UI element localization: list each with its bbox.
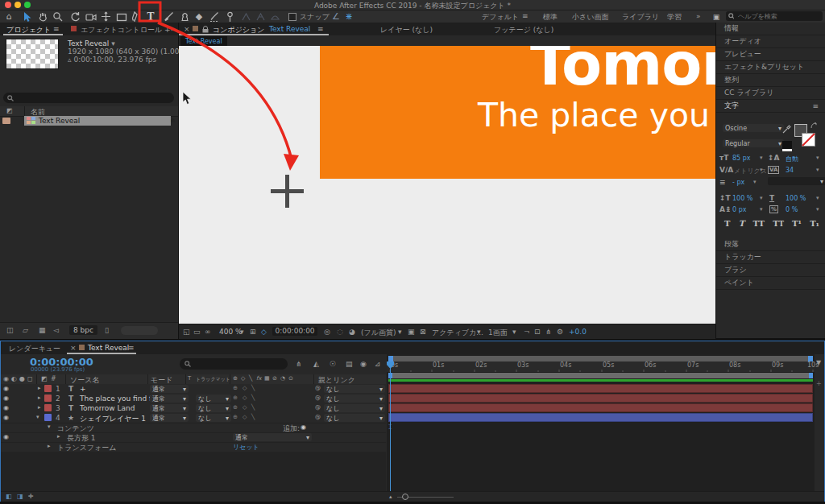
new-composition-icon[interactable]: ▦ — [39, 326, 46, 334]
hide-shy-layers-icon[interactable]: ☉ — [330, 360, 336, 368]
bit-depth-button[interactable]: 8 bpc — [69, 325, 97, 335]
horizontal-scale-value[interactable]: 100 % — [786, 195, 806, 202]
collapse-switch-icon[interactable]: ⊕ — [233, 404, 238, 411]
layer-label-chip[interactable] — [44, 385, 52, 392]
workspace-libraries[interactable]: ライブラリ — [622, 12, 659, 23]
timeline-button-icon[interactable]: ⋔ — [545, 328, 552, 336]
help-search-input[interactable] — [736, 12, 820, 21]
trkmat-select[interactable]: なし▾ — [196, 395, 231, 403]
layer-label-chip[interactable] — [44, 404, 52, 411]
composition-canvas[interactable]: Tomorrow The place you find — [179, 46, 715, 324]
mode-select[interactable]: 通常▾ — [150, 404, 189, 412]
kerning-chevron-icon[interactable]: ▾ — [760, 167, 763, 173]
project-item-name[interactable]: Text Reveal — [68, 39, 109, 48]
quality-switch-icon[interactable]: ╲ — [251, 395, 255, 401]
workspace-bar-icon[interactable]: ▣ — [709, 10, 723, 23]
superscript-button[interactable]: T¹ — [792, 219, 802, 228]
project-item-row-name[interactable]: Text Reveal — [39, 117, 80, 125]
timeline-scroll-icon[interactable]: + — [816, 380, 822, 387]
project-item-row[interactable]: Text Reveal ⋔ — [0, 116, 178, 126]
type-tool-icon[interactable]: T — [143, 10, 158, 23]
rotation-tool-icon[interactable] — [68, 10, 82, 23]
vr-view-icon[interactable]: ∞ — [205, 328, 211, 336]
shy-switch-icon[interactable]: ◇ — [243, 404, 247, 411]
navigator-start-handle[interactable] — [388, 356, 393, 361]
expander-icon[interactable]: ▸ — [48, 443, 51, 449]
transparency-grid-icon[interactable]: ⊠ — [420, 328, 426, 336]
tsume-chevron-icon[interactable]: ▾ — [816, 206, 819, 213]
shape-blend-mode-select[interactable]: 通常▾ — [233, 433, 312, 441]
workspace-overflow-chevron[interactable]: » — [696, 12, 701, 20]
toggle-layer-switches-icon[interactable]: ◧ — [6, 493, 12, 500]
view-layout-chevron-icon[interactable]: ▾ — [512, 328, 516, 336]
parent-select[interactable]: なし▾ — [324, 395, 385, 403]
help-search-box[interactable] — [726, 11, 823, 21]
quality-switch-icon[interactable]: ╲ — [251, 385, 255, 391]
settings-gear-icon[interactable]: ⚙ — [557, 328, 563, 336]
workspace-standard[interactable]: 標準 — [543, 12, 558, 23]
always-preview-icon[interactable]: ◱ — [183, 328, 190, 336]
shy-switch-icon[interactable]: ◇ — [243, 414, 247, 420]
camera-tool-icon[interactable] — [84, 10, 98, 23]
time-ruler[interactable]: 0s 01s 02s 03s 04s 05s 06s 07s 08s 09s 1… — [387, 361, 815, 373]
quality-switch-icon[interactable]: ╲ — [251, 414, 255, 420]
interpret-footage-icon[interactable]: ◫ — [6, 326, 14, 334]
zoom-tool-icon[interactable] — [50, 10, 64, 23]
resolution-chevron-icon[interactable]: ▾ — [398, 328, 402, 336]
baseline-shift-chevron-icon[interactable]: ▾ — [760, 206, 763, 213]
comp-thumbnail[interactable] — [6, 39, 58, 68]
faux-italic-button[interactable]: T — [739, 219, 744, 228]
hand-tool-icon[interactable] — [35, 10, 50, 23]
expander-icon[interactable]: ▾ — [36, 414, 39, 420]
layer-bar-3[interactable] — [388, 403, 813, 412]
snap-expand-icon[interactable]: ⋇ — [342, 10, 356, 23]
eyedropper-icon[interactable] — [782, 125, 791, 134]
grid-guides-icon[interactable]: ⊞ — [250, 328, 256, 336]
mode-select[interactable]: 通常▾ — [150, 395, 189, 403]
project-search-box[interactable] — [3, 93, 174, 103]
pickwhip-icon[interactable]: @ — [315, 385, 321, 391]
resolution-select[interactable]: (フル画質) — [361, 328, 396, 338]
viewer-timecode[interactable]: 0:00:00:00 — [272, 327, 317, 336]
fast-preview-icon[interactable]: ⊡ — [534, 328, 541, 336]
pickwhip-icon[interactable]: @ — [315, 404, 321, 411]
work-area-bar[interactable] — [388, 373, 813, 378]
fill-stroke-swatches[interactable] — [794, 122, 823, 150]
parent-select[interactable]: なし▾ — [324, 385, 385, 393]
clone-stamp-tool-icon[interactable] — [177, 10, 192, 23]
layer-name[interactable]: Tomorrow Land — [80, 404, 135, 412]
quality-switch-icon[interactable]: ╲ — [251, 404, 255, 411]
tracking-value[interactable]: 34 — [786, 167, 794, 174]
subscript-button[interactable]: T₁ — [810, 219, 819, 228]
character-panel-menu-icon[interactable]: ≡ — [812, 102, 819, 110]
exposure-value[interactable]: +0.0 — [569, 328, 587, 336]
timeline-zoom-slider-knob[interactable] — [402, 494, 408, 500]
new-folder-icon[interactable]: ▱ — [23, 326, 28, 334]
tsume-value[interactable]: 0 % — [786, 206, 798, 213]
font-size-chevron-icon[interactable]: ▾ — [760, 155, 763, 161]
roto-brush-tool-icon[interactable] — [206, 10, 221, 23]
magnification-chevron-icon[interactable]: ▾ — [240, 328, 244, 336]
add-property-icon[interactable]: ◉ — [301, 423, 306, 431]
proxy-icon[interactable]: ◅ — [53, 326, 59, 334]
workspace-default[interactable]: デフォルト — [482, 12, 519, 23]
vertical-scale-chevron-icon[interactable]: ▾ — [760, 195, 763, 201]
region-of-interest-icon[interactable]: ▣ — [408, 328, 415, 336]
tab-footage[interactable]: フッテージ (なし) — [494, 25, 553, 35]
comp-mini-flowchart-icon[interactable]: ⋔ — [296, 360, 302, 368]
motion-blur-icon[interactable]: ◉ — [360, 360, 367, 368]
pixel-aspect-icon[interactable]: ¬ — [524, 328, 530, 336]
navigator-end-handle[interactable] — [808, 356, 813, 361]
show-channel-icon[interactable]: ◕ — [349, 328, 355, 336]
pickwhip-icon[interactable]: @ — [315, 414, 321, 420]
label-column-icon[interactable]: ◩ — [6, 107, 13, 114]
parent-select[interactable]: なし▾ — [324, 414, 385, 422]
close-tab-icon[interactable]: × — [70, 344, 77, 352]
playhead-line[interactable] — [390, 361, 391, 491]
leading-chevron-icon[interactable]: ▾ — [816, 155, 819, 161]
lock-icon[interactable] — [202, 26, 209, 33]
graph-editor-icon[interactable]: ⊿ — [375, 360, 381, 368]
trkmat-select[interactable]: なし▾ — [196, 404, 231, 412]
mode-select[interactable]: 通常▾ — [150, 414, 189, 422]
eraser-tool-icon[interactable]: ◆ — [192, 10, 206, 23]
